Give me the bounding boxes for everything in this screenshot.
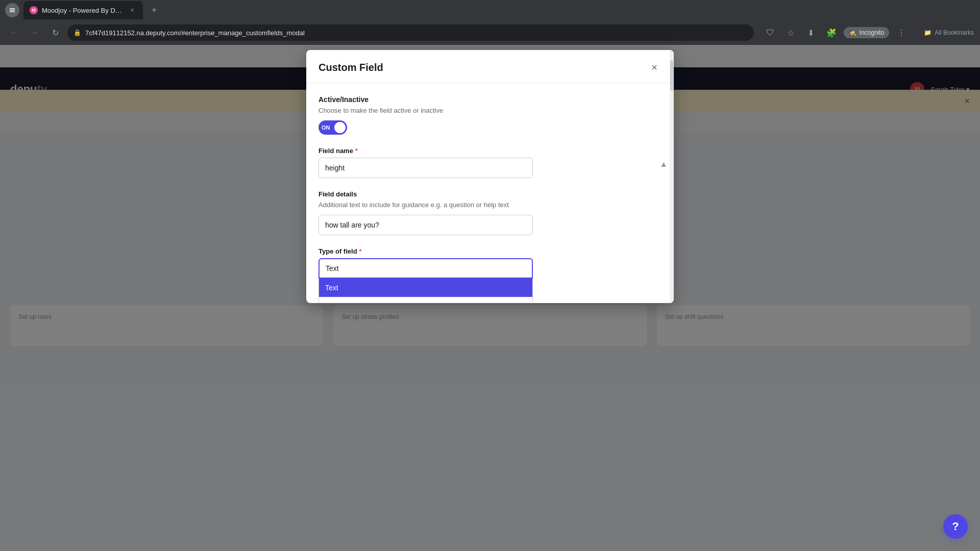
shield-icon[interactable]: 🛡 <box>762 24 778 41</box>
toggle-on-label: ON <box>322 124 330 131</box>
scroll-up-indicator[interactable]: ▲ <box>659 160 668 169</box>
incognito-icon: 🕵 <box>849 29 856 36</box>
address-url: 7cf47d19112152.na.deputy.com/#enterprise… <box>85 29 305 37</box>
field-details-label: Field details <box>318 190 662 198</box>
tab-title: Moodjoy - Powered By Deputy <box>42 7 124 14</box>
tab-favicon: M <box>30 6 38 14</box>
scrollbar-thumb[interactable] <box>670 60 673 91</box>
modal-body: Active/Inactive Choose to make the field… <box>306 83 674 303</box>
toggle-container: ON <box>318 120 662 135</box>
new-tab-button[interactable]: + <box>147 3 161 17</box>
ssl-icon: 🔒 <box>74 29 81 36</box>
active-inactive-title: Active/Inactive <box>318 95 662 104</box>
refresh-button[interactable]: ↻ <box>47 24 63 41</box>
type-of-field-dropdown-wrapper: Text Number Large text Boolean/Checkbox … <box>318 258 533 279</box>
help-button[interactable]: ? <box>943 514 968 539</box>
extensions-icon[interactable]: 🧩 <box>823 24 840 41</box>
download-icon[interactable]: ⬇ <box>803 24 819 41</box>
type-of-field-input[interactable] <box>318 258 533 279</box>
field-name-required: * <box>355 147 358 155</box>
tab-close-button[interactable]: × <box>128 6 137 15</box>
active-inactive-subtitle: Choose to make the field active or inact… <box>318 107 662 114</box>
bookmark-star-icon[interactable]: ☆ <box>782 24 799 41</box>
type-of-field-dropdown-list: Text Number Large text Boolean/Checkbox … <box>318 279 533 303</box>
field-name-input[interactable] <box>318 158 533 178</box>
back-button[interactable]: ← <box>6 24 22 41</box>
type-of-field-label: Type of field * <box>318 247 662 255</box>
nav-actions: 🛡 ☆ ⬇ 🧩 🕵 Incognito ⋮ <box>762 24 910 41</box>
dropdown-option-text[interactable]: Text <box>319 279 532 297</box>
tab-bar: M Moodjoy - Powered By Deputy × + <box>0 0 980 20</box>
type-of-field-section: Type of field * Text Number Large text B… <box>318 247 662 279</box>
field-name-label: Field name * <box>318 147 662 155</box>
incognito-badge: 🕵 Incognito <box>844 27 890 38</box>
field-name-section: Field name * <box>318 147 662 178</box>
bookmarks-bar: 📁 All Bookmarks <box>924 29 974 36</box>
bookmarks-folder-icon: 📁 <box>924 29 932 36</box>
browser-chrome: M Moodjoy - Powered By Deputy × + ← → ↻ … <box>0 0 980 45</box>
bookmarks-label: All Bookmarks <box>935 29 974 36</box>
modal-scrollbar[interactable] <box>670 50 674 303</box>
active-tab[interactable]: M Moodjoy - Powered By Deputy × <box>23 1 143 19</box>
type-required: * <box>359 248 362 255</box>
address-bar[interactable]: 🔒 7cf47d19112152.na.deputy.com/#enterpri… <box>67 24 754 41</box>
toggle-knob <box>334 122 346 133</box>
active-toggle[interactable]: ON <box>318 120 347 135</box>
nav-bar: ← → ↻ 🔒 7cf47d19112152.na.deputy.com/#en… <box>0 20 980 45</box>
dropdown-option-number[interactable]: Number <box>319 297 532 303</box>
field-details-input[interactable] <box>318 215 533 235</box>
active-inactive-section: Active/Inactive Choose to make the field… <box>318 95 662 135</box>
custom-field-modal: Custom Field × Active/Inactive Choose to… <box>306 50 674 303</box>
field-details-subtitle: Additional text to include for guidance … <box>318 201 662 209</box>
forward-button[interactable]: → <box>27 24 43 41</box>
modal-header: Custom Field × <box>306 50 674 83</box>
modal-title: Custom Field <box>318 62 383 73</box>
incognito-label: Incognito <box>860 29 885 36</box>
menu-button[interactable]: ⋮ <box>893 24 910 41</box>
modal-overlay[interactable]: Custom Field × Active/Inactive Choose to… <box>0 45 980 551</box>
modal-close-button[interactable]: × <box>647 60 662 74</box>
field-details-section: Field details Additional text to include… <box>318 190 662 235</box>
tab-group-button[interactable] <box>5 3 19 17</box>
